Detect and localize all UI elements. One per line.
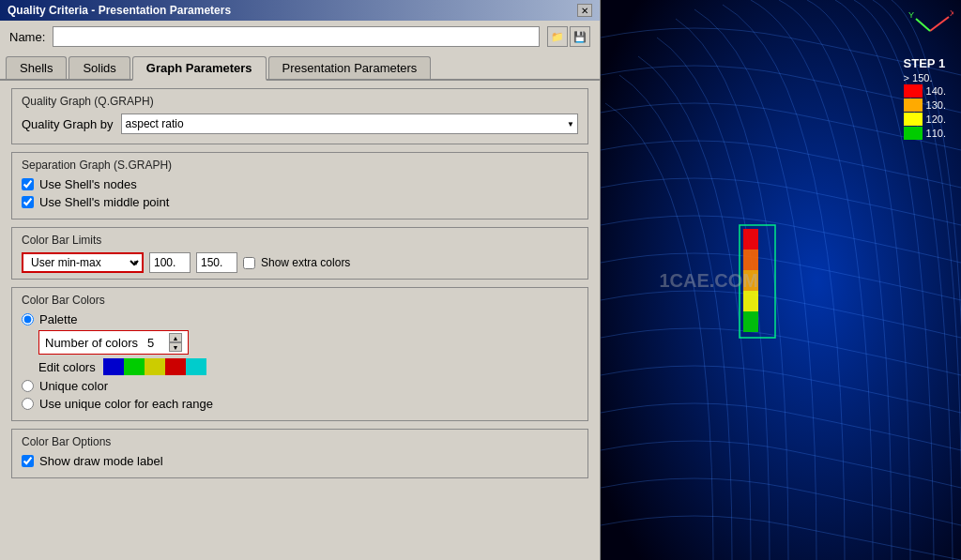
dialog-panel: Quality Criteria - Presentation Paramete… [0, 0, 601, 560]
shell-nodes-row: Use Shell's nodes [22, 177, 578, 191]
quality-graph-section: Quality Graph (Q.GRAPH) Quality Graph by… [11, 88, 588, 144]
unique-each-radio[interactable] [22, 398, 34, 410]
shell-middle-label: Use Shell's middle point [39, 195, 169, 209]
shell-nodes-checkbox[interactable] [22, 178, 34, 190]
legend-swatch-1 [904, 98, 923, 112]
name-label: Name: [9, 30, 45, 44]
quality-graph-by-row: Quality Graph by aspect ratio warping sk… [22, 114, 578, 134]
tab-graph-parameters[interactable]: Graph Parameters [132, 56, 267, 81]
unique-each-label: Use unique color for each range [39, 397, 213, 411]
window-title: Quality Criteria - Presentation Paramete… [8, 4, 231, 17]
show-extra-colors-checkbox[interactable] [243, 257, 255, 269]
limit-dropdown-wrapper: User min-max Automatic Percentile [22, 252, 144, 273]
tab-shells[interactable]: Shells [6, 56, 67, 79]
legend-gt-value: > 150. [904, 72, 933, 83]
legend-swatch-2 [904, 113, 923, 126]
tab-solids[interactable]: Solids [69, 56, 130, 79]
show-extra-colors-label: Show extra colors [261, 256, 350, 269]
show-draw-mode-row: Show draw mode label [22, 454, 578, 468]
legend-value-3: 110. [926, 128, 946, 139]
axes-indicator: X Y [907, 8, 953, 54]
separation-graph-section: Separation Graph (S.GRAPH) Use Shell's n… [11, 152, 588, 219]
swatch-1[interactable] [124, 358, 145, 375]
legend-row-1: 130. [904, 98, 946, 112]
folder-button[interactable]: 📁 [547, 26, 568, 47]
color-bar-options-title: Color Bar Options [22, 435, 578, 448]
palette-label: Palette [39, 312, 77, 326]
legend-value-0: 140. [926, 85, 946, 97]
shell-middle-row: Use Shell's middle point [22, 195, 578, 209]
edit-colors-row: Edit colors [38, 358, 578, 375]
legend-value-1: 130. [926, 99, 946, 111]
content-area: Quality Graph (Q.GRAPH) Quality Graph by… [0, 81, 600, 560]
separation-graph-title: Separation Graph (S.GRAPH) [22, 159, 578, 172]
quality-graph-dropdown-wrapper: aspect ratio warping skewness min angle … [121, 114, 578, 134]
palette-radio[interactable] [22, 313, 34, 325]
legend-swatch-3 [904, 127, 923, 140]
swatch-3[interactable] [165, 358, 186, 375]
svg-line-7 [930, 17, 949, 31]
num-colors-wrapper: Number of colors 5 ▲ ▼ [38, 330, 189, 355]
color-bar-limits-section: Color Bar Limits User min-max Automatic … [11, 227, 588, 280]
legend-swatch-0 [904, 84, 923, 98]
step-label: STEP 1 [904, 56, 946, 70]
quality-graph-by-label: Quality Graph by [22, 117, 114, 131]
num-colors-label: Number of colors [45, 336, 138, 350]
spin-wrapper: ▲ ▼ [169, 333, 182, 352]
close-button[interactable]: ✕ [577, 4, 592, 17]
color-swatches [103, 358, 206, 375]
name-icons: 📁 💾 [547, 26, 590, 47]
spin-down-button[interactable]: ▼ [169, 342, 182, 352]
tabs-bar: Shells Solids Graph Parameters Presentat… [0, 53, 600, 81]
legend-gt-row: > 150. [904, 72, 946, 83]
shell-nodes-label: Use Shell's nodes [39, 177, 137, 191]
show-draw-mode-label: Show draw mode label [39, 454, 163, 468]
num-colors-value: 5 [147, 336, 165, 350]
svg-rect-2 [743, 229, 758, 250]
edit-colors-label: Edit colors [38, 360, 96, 374]
swatch-4[interactable] [186, 358, 206, 375]
color-bar-colors-title: Color Bar Colors [22, 294, 578, 307]
unique-each-row: Use unique color for each range [22, 397, 578, 411]
unique-color-row: Unique color [22, 379, 578, 393]
step-legend: STEP 1 > 150. 140. 130. 120. 110. [904, 56, 946, 141]
limit-mode-dropdown[interactable]: User min-max Automatic Percentile [22, 252, 144, 273]
num-colors-row: Number of colors 5 ▲ ▼ [38, 330, 578, 355]
svg-rect-6 [743, 311, 758, 332]
min-value-input[interactable] [149, 252, 191, 273]
quality-graph-dropdown[interactable]: aspect ratio warping skewness min angle … [121, 114, 578, 134]
spin-up-button[interactable]: ▲ [169, 333, 182, 342]
unique-color-radio[interactable] [22, 380, 34, 392]
tab-presentation-parameters[interactable]: Presentation Parameters [268, 56, 432, 79]
unique-color-label: Unique color [39, 379, 108, 393]
svg-rect-4 [743, 270, 758, 291]
svg-rect-3 [743, 250, 758, 270]
legend-value-2: 120. [926, 114, 946, 125]
name-row: Name: 📁 💾 [0, 21, 600, 53]
viewport: 1CAE.COM X Y STEP 1 > 150. 140. 130. [601, 0, 961, 560]
limits-row: User min-max Automatic Percentile Show e… [22, 252, 578, 273]
svg-line-9 [916, 19, 930, 31]
svg-rect-5 [743, 291, 758, 311]
show-draw-mode-checkbox[interactable] [22, 455, 34, 467]
save-icon: 💾 [573, 31, 587, 43]
svg-text:X: X [950, 8, 953, 18]
legend-row-2: 120. [904, 113, 946, 126]
color-bar-colors-section: Color Bar Colors Palette Number of color… [11, 287, 588, 421]
save-button[interactable]: 💾 [570, 26, 590, 47]
shell-middle-checkbox[interactable] [22, 196, 34, 208]
max-value-input[interactable] [196, 252, 237, 273]
legend-row-3: 110. [904, 127, 946, 140]
title-bar: Quality Criteria - Presentation Paramete… [0, 0, 600, 21]
swatch-2[interactable] [145, 358, 165, 375]
palette-row: Palette [22, 312, 578, 326]
name-input[interactable] [53, 26, 540, 47]
swatch-0[interactable] [103, 358, 124, 375]
color-bar-limits-title: Color Bar Limits [22, 234, 578, 247]
svg-text:Y: Y [908, 10, 914, 20]
quality-graph-title: Quality Graph (Q.GRAPH) [22, 95, 578, 108]
legend-row-0: 140. [904, 84, 946, 98]
color-bar-options-section: Color Bar Options Show draw mode label [11, 429, 588, 478]
folder-icon: 📁 [551, 31, 564, 43]
